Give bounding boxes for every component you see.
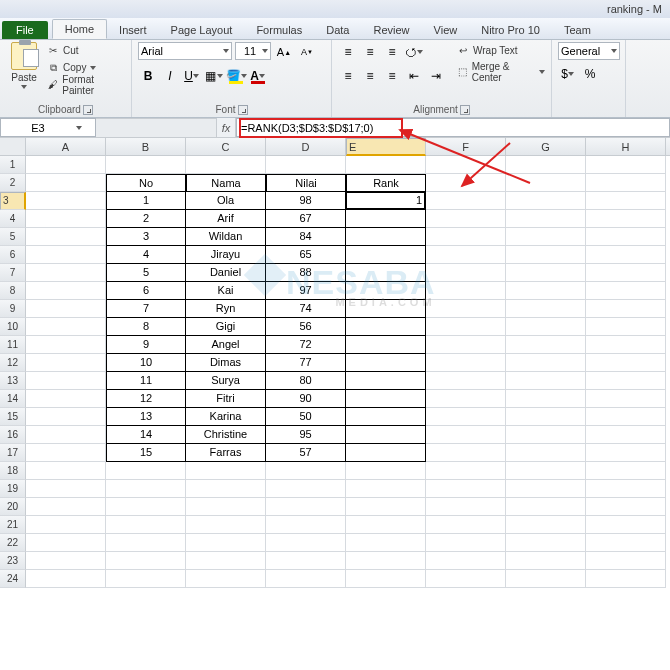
cell[interactable]: 57	[266, 444, 346, 462]
cell[interactable]: Wildan	[186, 228, 266, 246]
cell[interactable]	[506, 318, 586, 336]
merge-center-button[interactable]: ⬚Merge & Center	[456, 63, 545, 80]
cell[interactable]	[26, 174, 106, 192]
cell[interactable]	[586, 174, 666, 192]
cell[interactable]	[426, 390, 506, 408]
row-header[interactable]: 11	[0, 336, 26, 354]
cell[interactable]	[506, 192, 586, 210]
cell[interactable]	[426, 210, 506, 228]
cell[interactable]	[506, 534, 586, 552]
cell[interactable]	[426, 264, 506, 282]
cell[interactable]	[26, 390, 106, 408]
tab-team[interactable]: Team	[552, 21, 603, 39]
cell[interactable]	[586, 336, 666, 354]
cell[interactable]: 90	[266, 390, 346, 408]
fill-color-button[interactable]: 🪣	[226, 66, 246, 86]
row-header[interactable]: 18	[0, 462, 26, 480]
cell[interactable]	[426, 300, 506, 318]
cell[interactable]	[586, 570, 666, 588]
cell[interactable]: Nama	[186, 174, 266, 192]
cell[interactable]: 77	[266, 354, 346, 372]
cell[interactable]	[106, 462, 186, 480]
cell[interactable]: 8	[106, 318, 186, 336]
cell[interactable]	[346, 552, 426, 570]
cell[interactable]	[586, 426, 666, 444]
row-header[interactable]: 9	[0, 300, 26, 318]
cell[interactable]	[346, 228, 426, 246]
cell[interactable]	[586, 516, 666, 534]
italic-button[interactable]: I	[160, 66, 180, 86]
cell[interactable]	[426, 552, 506, 570]
cell[interactable]	[106, 534, 186, 552]
cell[interactable]	[106, 156, 186, 174]
cell[interactable]: 1	[346, 192, 426, 210]
cell[interactable]	[426, 354, 506, 372]
cell[interactable]	[586, 192, 666, 210]
cell[interactable]: 15	[106, 444, 186, 462]
fx-icon[interactable]: fx	[216, 118, 236, 137]
cell[interactable]	[426, 174, 506, 192]
align-left-button[interactable]: ≡	[338, 66, 358, 86]
cell[interactable]	[506, 498, 586, 516]
cell[interactable]: 13	[106, 408, 186, 426]
format-painter-button[interactable]: 🖌Format Painter	[46, 76, 125, 93]
cell[interactable]	[346, 426, 426, 444]
cell[interactable]	[426, 462, 506, 480]
bold-button[interactable]: B	[138, 66, 158, 86]
select-all-corner[interactable]	[0, 138, 26, 156]
cell[interactable]	[506, 156, 586, 174]
col-header-B[interactable]: B	[106, 138, 186, 155]
cell[interactable]	[346, 210, 426, 228]
cell[interactable]: 88	[266, 264, 346, 282]
cell[interactable]	[26, 534, 106, 552]
cell[interactable]: Arif	[186, 210, 266, 228]
cell[interactable]	[586, 210, 666, 228]
grow-font-button[interactable]: A▲	[274, 42, 294, 62]
cell[interactable]	[346, 372, 426, 390]
cell[interactable]	[346, 516, 426, 534]
cell[interactable]	[586, 318, 666, 336]
cell[interactable]: 3	[106, 228, 186, 246]
cell[interactable]	[26, 462, 106, 480]
row-header[interactable]: 2	[0, 174, 26, 192]
tab-review[interactable]: Review	[361, 21, 421, 39]
paste-button[interactable]: Paste	[6, 42, 42, 89]
col-header-C[interactable]: C	[186, 138, 266, 155]
cell[interactable]	[506, 516, 586, 534]
cell[interactable]	[26, 336, 106, 354]
align-right-button[interactable]: ≡	[382, 66, 402, 86]
cell[interactable]	[266, 498, 346, 516]
cell[interactable]	[26, 426, 106, 444]
cell[interactable]	[346, 570, 426, 588]
cell[interactable]: 14	[106, 426, 186, 444]
row-header[interactable]: 3	[0, 192, 26, 210]
cell[interactable]	[186, 552, 266, 570]
cell[interactable]: 50	[266, 408, 346, 426]
col-header-A[interactable]: A	[26, 138, 106, 155]
cell[interactable]: 84	[266, 228, 346, 246]
cell[interactable]: 5	[106, 264, 186, 282]
cell[interactable]	[426, 318, 506, 336]
decrease-indent-button[interactable]: ⇤	[404, 66, 424, 86]
cell[interactable]	[586, 246, 666, 264]
cell[interactable]	[506, 462, 586, 480]
cell[interactable]	[346, 156, 426, 174]
row-header[interactable]: 4	[0, 210, 26, 228]
font-size-select[interactable]	[235, 42, 271, 60]
cell[interactable]	[346, 354, 426, 372]
cell[interactable]	[586, 534, 666, 552]
row-header[interactable]: 22	[0, 534, 26, 552]
shrink-font-button[interactable]: A▼	[297, 42, 317, 62]
cell[interactable]: 97	[266, 282, 346, 300]
cell[interactable]	[506, 228, 586, 246]
cell[interactable]: Gigi	[186, 318, 266, 336]
cell[interactable]	[586, 156, 666, 174]
cell[interactable]	[426, 480, 506, 498]
cell[interactable]	[506, 408, 586, 426]
row-header[interactable]: 10	[0, 318, 26, 336]
cell[interactable]: Surya	[186, 372, 266, 390]
cell[interactable]: 95	[266, 426, 346, 444]
cell[interactable]	[186, 516, 266, 534]
cell[interactable]	[506, 354, 586, 372]
cell[interactable]	[586, 498, 666, 516]
